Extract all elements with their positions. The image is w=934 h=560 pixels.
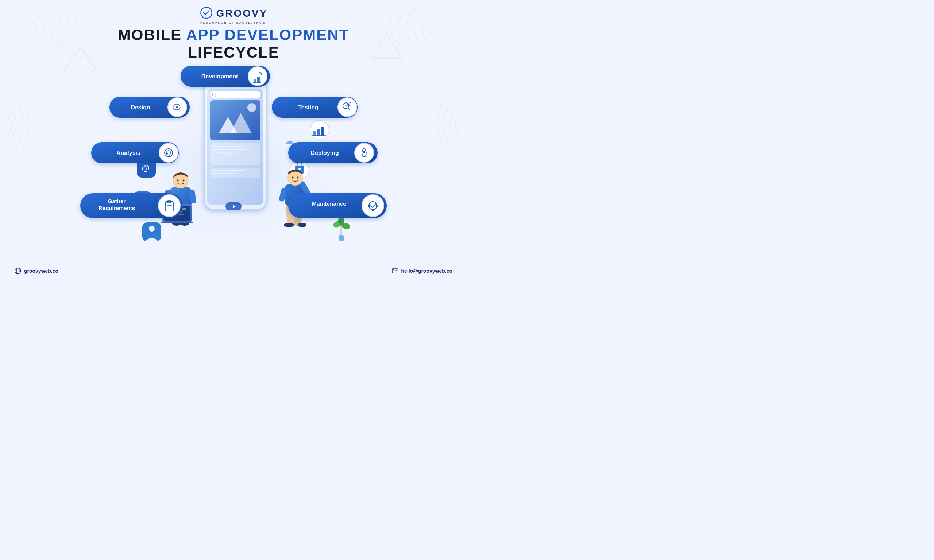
svg-rect-62 <box>160 222 193 223</box>
svg-point-103 <box>158 195 180 217</box>
svg-rect-79 <box>254 79 256 83</box>
svg-point-56 <box>183 180 185 182</box>
svg-point-89 <box>348 103 350 105</box>
logo-tagline: ASSURANCE OF EXCELLENCE! <box>200 21 267 25</box>
svg-text:Development: Development <box>201 73 238 80</box>
svg-point-75 <box>176 106 179 108</box>
footer-email: hello@groovyweb.co <box>392 268 452 274</box>
svg-point-66 <box>298 223 307 227</box>
svg-rect-10 <box>210 91 260 98</box>
svg-rect-5 <box>205 18 208 19</box>
footer-website: groovyweb.co <box>15 268 59 274</box>
svg-text:@: @ <box>142 163 150 172</box>
svg-point-32 <box>149 226 155 232</box>
svg-rect-115 <box>372 209 374 211</box>
svg-point-87 <box>345 105 347 107</box>
svg-rect-36 <box>321 126 324 135</box>
svg-point-40 <box>299 168 301 170</box>
svg-point-72 <box>297 177 299 178</box>
email-icon <box>392 268 398 274</box>
svg-point-65 <box>284 223 294 227</box>
svg-point-92 <box>159 143 178 162</box>
svg-point-112 <box>362 195 384 217</box>
svg-text:Requirements: Requirements <box>99 205 135 211</box>
title-mobile: MOBILE <box>118 26 182 43</box>
globe-icon <box>15 268 21 274</box>
svg-text:Maintenance: Maintenance <box>312 200 346 207</box>
website-text: groovyweb.co <box>24 268 59 274</box>
footer: groovyweb.co hello@groovyweb.co <box>0 268 467 274</box>
logo-name: GROOVY <box>216 8 268 19</box>
svg-point-3 <box>201 7 212 18</box>
svg-rect-24 <box>212 173 238 174</box>
svg-rect-80 <box>257 77 260 83</box>
logo-icon <box>200 6 213 20</box>
svg-rect-4 <box>204 17 208 18</box>
svg-rect-21 <box>212 152 236 153</box>
svg-rect-19 <box>212 146 242 147</box>
svg-rect-23 <box>212 170 245 171</box>
svg-text:Gather: Gather <box>108 198 126 204</box>
svg-point-84 <box>338 98 357 117</box>
email-text: hello@groovyweb.co <box>401 268 452 274</box>
svg-rect-117 <box>376 205 378 207</box>
svg-marker-2 <box>372 35 401 58</box>
svg-point-100 <box>363 151 365 153</box>
svg-rect-116 <box>368 205 370 207</box>
svg-text:Design: Design <box>131 104 150 111</box>
svg-rect-46 <box>339 235 344 241</box>
svg-text:Testing: Testing <box>298 104 319 111</box>
svg-rect-114 <box>372 200 374 202</box>
title-app-dev: APP DEVELOPMENT <box>182 26 349 43</box>
svg-point-16 <box>247 103 256 112</box>
svg-point-71 <box>292 177 294 178</box>
svg-text:Deploying: Deploying <box>310 150 339 156</box>
svg-text:Analysis: Analysis <box>116 150 140 156</box>
logo-area: GROOVY ASSURANCE OF EXCELLENCE! <box>200 6 268 25</box>
svg-rect-20 <box>212 149 253 150</box>
main-illustration: </> @ # ☁ <box>69 57 398 253</box>
svg-rect-35 <box>317 129 320 135</box>
svg-rect-34 <box>313 131 316 135</box>
svg-point-55 <box>177 180 179 182</box>
main-title: MOBILE APP DEVELOPMENT LIFECYCLE <box>118 26 349 61</box>
